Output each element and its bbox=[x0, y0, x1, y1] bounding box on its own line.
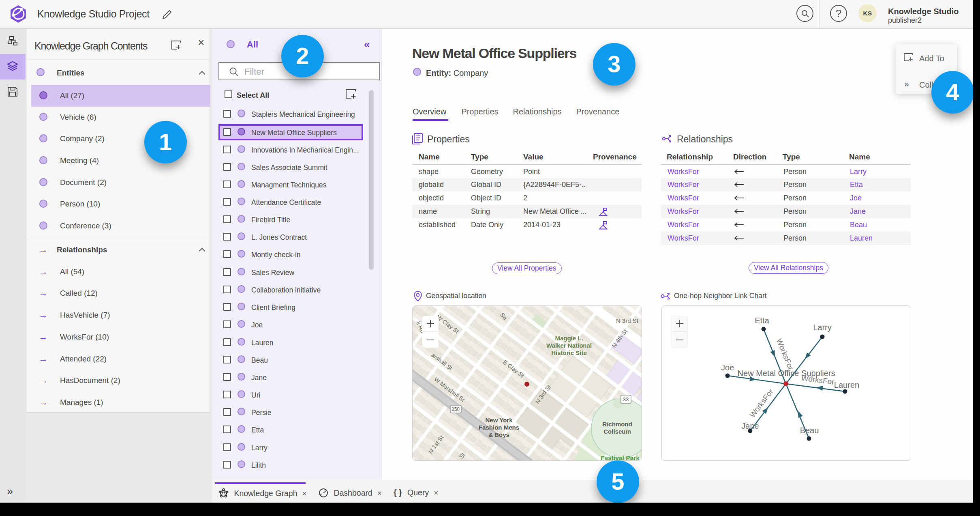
svg-text:Beau: Beau bbox=[800, 426, 819, 435]
svg-text:WorksFor: WorksFor bbox=[775, 338, 796, 372]
svg-text:Festival Park: Festival Park bbox=[601, 454, 640, 461]
svg-text:Etta: Etta bbox=[755, 316, 769, 325]
svg-text:Walker National: Walker National bbox=[546, 342, 592, 349]
svg-text:New Metal Office Suppliers: New Metal Office Suppliers bbox=[738, 369, 835, 378]
svg-text:N 3rd St: N 3rd St bbox=[616, 317, 639, 324]
svg-text:Larry: Larry bbox=[813, 323, 832, 332]
svg-text:250: 250 bbox=[451, 406, 460, 412]
svg-text:& Boys: & Boys bbox=[488, 431, 509, 438]
svg-text:33: 33 bbox=[623, 396, 629, 402]
svg-text:Coliseum: Coliseum bbox=[603, 428, 631, 435]
svg-text:Joe: Joe bbox=[721, 363, 734, 372]
svg-text:Maggie L.: Maggie L. bbox=[555, 335, 583, 342]
svg-text:Jane: Jane bbox=[741, 421, 759, 430]
svg-text:New York: New York bbox=[486, 417, 513, 424]
svg-text:Richmond: Richmond bbox=[602, 421, 632, 428]
svg-text:Historic Site: Historic Site bbox=[551, 349, 587, 356]
svg-text:Lauren: Lauren bbox=[834, 381, 859, 389]
svg-text:Fashion Mens: Fashion Mens bbox=[479, 424, 519, 431]
